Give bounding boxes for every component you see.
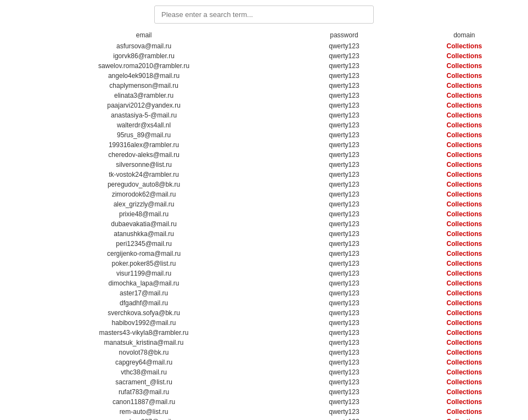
table-row: elinata3@rambler.ruqwerty123Collections [0,91,528,100]
table-row: cergijenko-roma@mail.ruqwerty123Collecti… [0,249,528,259]
table-row: peregudov_auto8@bk.ruqwerty123Collection… [0,180,528,189]
cell-email: dubaevakatia@mail.ru [0,219,288,229]
cell-email: capgrey64@mail.ru [0,357,288,367]
cell-email: chaplymenson@mail.ru [0,81,288,91]
cell-domain: Collections [401,91,528,100]
table-header-row: email password domain [0,29,528,41]
cell-domain: Collections [401,308,528,318]
cell-domain: Collections [401,140,528,150]
cell-password: qwerty123 [288,328,401,338]
cell-email: anastasiya-5-@mail.ru [0,110,288,120]
cell-password: qwerty123 [288,377,401,387]
cell-domain: Collections [401,130,528,140]
cell-email: masters43-vikyla8@rambler.ru [0,328,288,338]
cell-email: cergijenko-roma@mail.ru [0,249,288,259]
cell-email: peregudov_auto8@bk.ru [0,180,288,189]
table-row: rufat783@mail.ruqwerty123Collections [0,387,528,397]
cell-password: qwerty123 [288,318,401,328]
header-password: password [288,29,401,41]
cell-password: qwerty123 [288,170,401,180]
cell-email: 95rus_89@mail.ru [0,130,288,140]
cell-domain: Collections [401,199,528,209]
cell-email: novolot78@bk.ru [0,348,288,357]
cell-domain: Collections [401,288,528,298]
cell-password: qwerty123 [288,120,401,130]
cell-password: qwerty123 [288,417,401,420]
cell-domain: Collections [401,367,528,377]
cell-domain: Collections [401,170,528,180]
cell-password: qwerty123 [288,189,401,199]
cell-email: angelo4ek9018@mail.ru [0,71,288,81]
cell-password: qwerty123 [288,71,401,81]
cell-domain: Collections [401,338,528,348]
cell-password: qwerty123 [288,387,401,397]
cell-password: qwerty123 [288,229,401,239]
cell-password: qwerty123 [288,288,401,298]
cell-password: qwerty123 [288,110,401,120]
cell-email: dimochka_lapa@mail.ru [0,278,288,288]
table-row: walterdr@xs4all.nlqwerty123Collections [0,120,528,130]
cell-domain: Collections [401,328,528,338]
table-row: dfgadhf@mail.ruqwerty123Collections [0,298,528,308]
cell-domain: Collections [401,377,528,387]
cell-email: canon11887@mail.ru [0,397,288,407]
table-row: 95rus_89@mail.ruqwerty123Collections [0,130,528,140]
cell-domain: Collections [401,100,528,110]
cell-domain: Collections [401,318,528,328]
cell-password: qwerty123 [288,150,401,160]
cell-domain: Collections [401,229,528,239]
cell-password: qwerty123 [288,338,401,348]
table-row: novolot78@bk.ruqwerty123Collections [0,348,528,357]
table-row: asfursova@mail.ruqwerty123Collections [0,41,528,51]
cell-email: silversonne@list.ru [0,160,288,170]
search-bar-container [0,0,528,29]
table-row: vthc38@mail.ruqwerty123Collections [0,367,528,377]
table-row: 199316alex@rambler.ruqwerty123Collection… [0,140,528,150]
cell-domain: Collections [401,239,528,249]
cell-domain: Collections [401,387,528,397]
cell-password: qwerty123 [288,100,401,110]
cell-domain: Collections [401,41,528,51]
cell-domain: Collections [401,81,528,91]
cell-password: qwerty123 [288,61,401,71]
table-row: angelo4ek9018@mail.ruqwerty123Collection… [0,71,528,81]
cell-domain: Collections [401,348,528,357]
table-row: anastasiya-5-@mail.ruqwerty123Collection… [0,110,528,120]
cell-domain: Collections [401,160,528,170]
cell-domain: Collections [401,150,528,160]
table-row: masters43-vikyla8@rambler.ruqwerty123Col… [0,328,528,338]
cell-password: qwerty123 [288,239,401,249]
cell-password: qwerty123 [288,219,401,229]
cell-password: qwerty123 [288,249,401,259]
cell-password: qwerty123 [288,91,401,100]
table-row: capgrey64@mail.ruqwerty123Collections [0,357,528,367]
cell-domain: Collections [401,51,528,61]
search-input[interactable] [154,5,374,24]
table-row: atanushkka@mail.ruqwerty123Collections [0,229,528,239]
table-row: zimorodok62@mail.ruqwerty123Collections [0,189,528,199]
cell-password: qwerty123 [288,180,401,189]
cell-email: alex_grizzly@mail.ru [0,199,288,209]
cell-domain: Collections [401,71,528,81]
cell-email: paajarvi2012@yandex.ru [0,100,288,110]
table-row: aster17@mail.ruqwerty123Collections [0,288,528,298]
table-row: sacrament_@list.ruqwerty123Collections [0,377,528,387]
cell-email: sawelov.roma2010@rambler.ru [0,61,288,71]
cell-email: habibov1992@mail.ru [0,318,288,328]
cell-domain: Collections [401,219,528,229]
table-row: rem-auto@list.ruqwerty123Collections [0,407,528,417]
cell-password: qwerty123 [288,209,401,219]
cell-domain: Collections [401,357,528,367]
cell-password: qwerty123 [288,348,401,357]
cell-password: qwerty123 [288,199,401,209]
table-row: sugarglass007@mail.ruqwerty123Collection… [0,417,528,420]
cell-domain: Collections [401,249,528,259]
cell-domain: Collections [401,120,528,130]
cell-domain: Collections [401,110,528,120]
cell-password: qwerty123 [288,259,401,268]
table-row: dimochka_lapa@mail.ruqwerty123Collection… [0,278,528,288]
cell-password: qwerty123 [288,130,401,140]
cell-email: peri12345@mail.ru [0,239,288,249]
table-row: tk-vostok24@rambler.ruqwerty123Collectio… [0,170,528,180]
cell-domain: Collections [401,189,528,199]
